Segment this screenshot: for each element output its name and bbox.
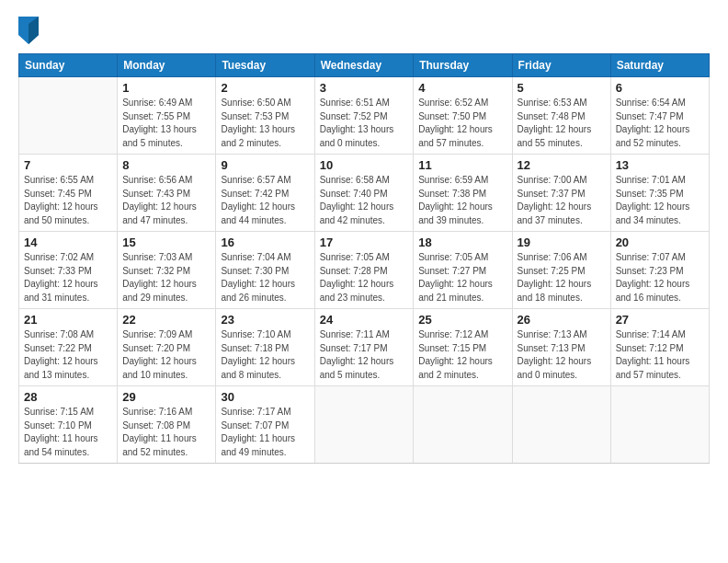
day-number: 18: [418, 236, 506, 249]
day-number: 8: [122, 158, 210, 172]
day-info: Sunrise: 6:59 AM Sunset: 7:38 PM Dayligh…: [418, 174, 506, 227]
day-info: Sunrise: 6:51 AM Sunset: 7:52 PM Dayligh…: [320, 97, 409, 150]
logo-icon: [18, 17, 39, 44]
week-row-4: 28Sunrise: 7:15 AM Sunset: 7:10 PM Dayli…: [19, 386, 710, 464]
day-info: Sunrise: 7:01 AM Sunset: 7:35 PM Dayligh…: [616, 174, 704, 227]
day-number: 19: [518, 236, 606, 249]
calendar-cell: 28Sunrise: 7:15 AM Sunset: 7:10 PM Dayli…: [19, 386, 118, 464]
calendar-cell: 18Sunrise: 7:05 AM Sunset: 7:27 PM Dayli…: [414, 232, 512, 309]
week-row-0: 1Sunrise: 6:49 AM Sunset: 7:55 PM Daylig…: [19, 77, 710, 155]
day-info: Sunrise: 7:06 AM Sunset: 7:25 PM Dayligh…: [518, 251, 606, 304]
day-info: Sunrise: 7:09 AM Sunset: 7:20 PM Dayligh…: [122, 328, 210, 382]
calendar-cell: 16Sunrise: 7:04 AM Sunset: 7:30 PM Dayli…: [216, 232, 314, 309]
calendar-cell: 13Sunrise: 7:01 AM Sunset: 7:35 PM Dayli…: [610, 155, 709, 232]
day-info: Sunrise: 6:50 AM Sunset: 7:53 PM Dayligh…: [221, 97, 309, 150]
calendar-cell: [19, 77, 118, 155]
week-row-3: 21Sunrise: 7:08 AM Sunset: 7:22 PM Dayli…: [19, 309, 710, 386]
day-number: 16: [221, 236, 309, 249]
calendar-cell: 30Sunrise: 7:17 AM Sunset: 7:07 PM Dayli…: [216, 386, 314, 464]
day-info: Sunrise: 6:54 AM Sunset: 7:47 PM Dayligh…: [616, 97, 704, 150]
day-number: 6: [616, 81, 704, 95]
calendar-cell: [414, 386, 512, 464]
calendar-cell: 24Sunrise: 7:11 AM Sunset: 7:17 PM Dayli…: [314, 309, 414, 386]
calendar-cell: 26Sunrise: 7:13 AM Sunset: 7:13 PM Dayli…: [512, 309, 610, 386]
calendar-cell: 7Sunrise: 6:55 AM Sunset: 7:45 PM Daylig…: [19, 155, 118, 232]
calendar-cell: [314, 386, 414, 464]
calendar-table: SundayMondayTuesdayWednesdayThursdayFrid…: [18, 53, 710, 464]
day-number: 21: [24, 313, 112, 327]
calendar-cell: 8Sunrise: 6:56 AM Sunset: 7:43 PM Daylig…: [118, 155, 216, 232]
day-number: 26: [518, 313, 606, 327]
calendar-cell: [512, 386, 610, 464]
day-info: Sunrise: 7:08 AM Sunset: 7:22 PM Dayligh…: [24, 328, 112, 382]
day-info: Sunrise: 6:52 AM Sunset: 7:50 PM Dayligh…: [418, 97, 506, 150]
day-info: Sunrise: 7:02 AM Sunset: 7:33 PM Dayligh…: [24, 251, 112, 304]
day-number: 1: [122, 81, 210, 95]
day-info: Sunrise: 6:57 AM Sunset: 7:42 PM Dayligh…: [221, 174, 309, 227]
week-row-1: 7Sunrise: 6:55 AM Sunset: 7:45 PM Daylig…: [19, 155, 710, 232]
day-info: Sunrise: 7:15 AM Sunset: 7:10 PM Dayligh…: [24, 406, 112, 459]
day-number: 20: [616, 236, 704, 249]
day-number: 4: [418, 81, 506, 95]
day-info: Sunrise: 6:53 AM Sunset: 7:48 PM Dayligh…: [518, 97, 606, 150]
col-header-monday: Monday: [118, 54, 216, 77]
calendar-cell: 11Sunrise: 6:59 AM Sunset: 7:38 PM Dayli…: [414, 155, 512, 232]
day-number: 15: [122, 236, 210, 249]
day-info: Sunrise: 7:14 AM Sunset: 7:12 PM Dayligh…: [616, 328, 704, 382]
day-number: 11: [418, 158, 506, 172]
calendar-cell: 19Sunrise: 7:06 AM Sunset: 7:25 PM Dayli…: [512, 232, 610, 309]
day-info: Sunrise: 7:13 AM Sunset: 7:13 PM Dayligh…: [518, 328, 606, 382]
day-info: Sunrise: 7:05 AM Sunset: 7:27 PM Dayligh…: [418, 251, 506, 304]
calendar-cell: 9Sunrise: 6:57 AM Sunset: 7:42 PM Daylig…: [216, 155, 314, 232]
day-number: 25: [418, 313, 506, 327]
calendar-cell: 23Sunrise: 7:10 AM Sunset: 7:18 PM Dayli…: [216, 309, 314, 386]
calendar-cell: 4Sunrise: 6:52 AM Sunset: 7:50 PM Daylig…: [414, 77, 512, 155]
calendar-cell: 29Sunrise: 7:16 AM Sunset: 7:08 PM Dayli…: [118, 386, 216, 464]
col-header-saturday: Saturday: [610, 54, 709, 77]
day-number: 22: [122, 313, 210, 327]
day-info: Sunrise: 6:58 AM Sunset: 7:40 PM Dayligh…: [320, 174, 409, 227]
calendar-cell: 2Sunrise: 6:50 AM Sunset: 7:53 PM Daylig…: [216, 77, 314, 155]
day-number: 14: [24, 236, 112, 249]
day-number: 23: [221, 313, 309, 327]
col-header-tuesday: Tuesday: [216, 54, 314, 77]
day-info: Sunrise: 7:00 AM Sunset: 7:37 PM Dayligh…: [518, 174, 606, 227]
calendar-cell: 27Sunrise: 7:14 AM Sunset: 7:12 PM Dayli…: [610, 309, 709, 386]
calendar-cell: 10Sunrise: 6:58 AM Sunset: 7:40 PM Dayli…: [314, 155, 414, 232]
day-number: 30: [221, 390, 309, 404]
day-number: 29: [122, 390, 210, 404]
day-number: 5: [518, 81, 606, 95]
col-header-sunday: Sunday: [19, 54, 118, 77]
page-header: [18, 17, 710, 44]
day-info: Sunrise: 7:12 AM Sunset: 7:15 PM Dayligh…: [418, 328, 506, 382]
day-number: 28: [24, 390, 112, 404]
calendar-cell: 25Sunrise: 7:12 AM Sunset: 7:15 PM Dayli…: [414, 309, 512, 386]
day-number: 3: [320, 81, 409, 95]
calendar-cell: 6Sunrise: 6:54 AM Sunset: 7:47 PM Daylig…: [610, 77, 709, 155]
calendar-cell: 21Sunrise: 7:08 AM Sunset: 7:22 PM Dayli…: [19, 309, 118, 386]
day-number: 10: [320, 158, 409, 172]
day-info: Sunrise: 6:55 AM Sunset: 7:45 PM Dayligh…: [24, 174, 112, 227]
day-info: Sunrise: 7:07 AM Sunset: 7:23 PM Dayligh…: [616, 251, 704, 304]
col-header-thursday: Thursday: [414, 54, 512, 77]
day-number: 9: [221, 158, 309, 172]
day-info: Sunrise: 6:49 AM Sunset: 7:55 PM Dayligh…: [122, 97, 210, 150]
day-info: Sunrise: 7:03 AM Sunset: 7:32 PM Dayligh…: [122, 251, 210, 304]
day-info: Sunrise: 7:10 AM Sunset: 7:18 PM Dayligh…: [221, 328, 309, 382]
calendar-cell: 12Sunrise: 7:00 AM Sunset: 7:37 PM Dayli…: [512, 155, 610, 232]
day-info: Sunrise: 7:17 AM Sunset: 7:07 PM Dayligh…: [221, 406, 309, 459]
day-info: Sunrise: 7:05 AM Sunset: 7:28 PM Dayligh…: [320, 251, 409, 304]
day-info: Sunrise: 6:56 AM Sunset: 7:43 PM Dayligh…: [122, 174, 210, 227]
day-number: 2: [221, 81, 309, 95]
day-number: 12: [518, 158, 606, 172]
calendar-cell: 20Sunrise: 7:07 AM Sunset: 7:23 PM Dayli…: [610, 232, 709, 309]
logo: [18, 17, 42, 44]
calendar-cell: [610, 386, 709, 464]
day-number: 24: [320, 313, 409, 327]
calendar-header: SundayMondayTuesdayWednesdayThursdayFrid…: [19, 54, 710, 77]
day-number: 17: [320, 236, 409, 249]
calendar-cell: 5Sunrise: 6:53 AM Sunset: 7:48 PM Daylig…: [512, 77, 610, 155]
calendar-cell: 15Sunrise: 7:03 AM Sunset: 7:32 PM Dayli…: [118, 232, 216, 309]
calendar-cell: 1Sunrise: 6:49 AM Sunset: 7:55 PM Daylig…: [118, 77, 216, 155]
calendar-cell: 22Sunrise: 7:09 AM Sunset: 7:20 PM Dayli…: [118, 309, 216, 386]
